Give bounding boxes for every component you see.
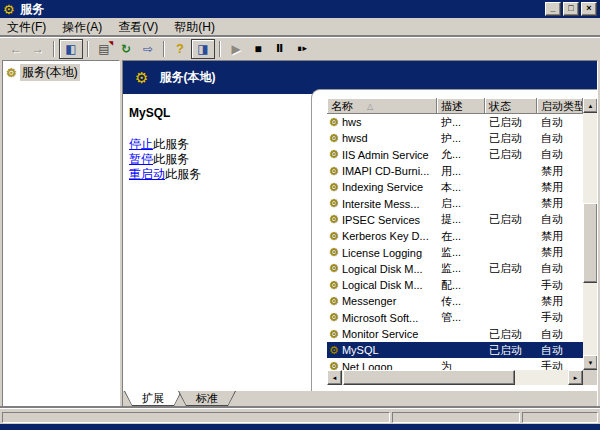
vertical-scroll-thumb[interactable] [583,203,598,283]
menu-bar: 文件(F) 操作(A) 查看(V) 帮助(H) [0,18,600,37]
service-name: Messenger [342,295,396,307]
service-startup-type: 自动 [537,115,583,130]
column-header-startup-type[interactable]: 启动类型 [537,98,583,114]
service-row[interactable]: ⚙License Logging监...禁用 [327,244,583,260]
service-row[interactable]: ⚙hwsd护...已启动自动 [327,130,583,146]
sort-ascending-icon: △ [367,102,373,111]
selected-service-title: MySQL [129,106,170,120]
service-row[interactable]: ⚙IIS Admin Service允...已启动自动 [327,147,583,163]
status-bar [0,408,600,425]
forward-button[interactable]: → [27,39,49,59]
tab-standard[interactable]: 标准 [178,391,236,406]
service-name: Monitor Service [342,328,418,340]
service-gears-icon: ⚙ [329,263,339,274]
status-section [2,412,390,423]
service-startup-type: 手动 [537,310,583,325]
task-link-line: 重启动此服务 [129,167,201,182]
service-startup-type: 禁用 [537,245,583,260]
start-service-button[interactable]: ▶ [225,39,247,59]
status-section [522,412,598,423]
help-button[interactable]: ? [169,39,191,59]
toolbar: ← → ◧ ▤◥ ↻ ⇨ ? ◨ ▶ ■ Ⅱ ∎▸ [0,37,600,59]
horizontal-scrollbar[interactable]: ◄ ► [327,370,583,385]
menu-file[interactable]: 文件(F) [1,17,56,38]
service-row[interactable]: ⚙hws护...已启动自动 [327,114,583,130]
task-link-suffix: 此服务 [153,152,189,166]
services-list-box: 名称△ 描述 状态 启动类型 ⚙hws护...已启动自动⚙hwsd护...已启动… [311,89,598,391]
scroll-up-icon[interactable]: ▲ [583,98,598,113]
menu-view[interactable]: 查看(V) [112,17,168,38]
show-console-tree-button[interactable]: ◧ [59,39,83,59]
column-header-name[interactable]: 名称△ [327,98,437,114]
toolbar-separator [163,41,165,57]
service-description: 监... [437,261,485,276]
task-link-suffix: 此服务 [165,167,201,181]
service-startup-type: 自动 [537,131,583,146]
service-row[interactable]: ⚙IPSEC Services提...已启动自动 [327,212,583,228]
service-row[interactable]: ⚙Logical Disk M...监...已启动自动 [327,261,583,277]
service-startup-type: 自动 [537,327,583,342]
properties-button[interactable]: ▤◥ [93,39,115,59]
service-row[interactable]: ⚙Kerberos Key D...在...禁用 [327,228,583,244]
menu-action[interactable]: 操作(A) [56,17,112,38]
service-description: 在... [437,229,485,244]
service-status: 已启动 [485,131,537,146]
service-gears-icon: ⚙ [329,296,339,307]
service-row[interactable]: ⚙MySQL已启动自动 [327,342,583,358]
service-name: IPSEC Services [342,214,420,226]
tab-extended[interactable]: 扩展 [124,391,182,406]
service-row[interactable]: ⚙IMAPI CD-Burni...用...禁用 [327,163,583,179]
services-listview: 名称△ 描述 状态 启动类型 ⚙hws护...已启动自动⚙hwsd护...已启动… [327,98,598,385]
pause-service-link[interactable]: 暂停 [129,152,153,166]
service-name: Kerberos Key D... [342,230,429,242]
service-startup-type: 禁用 [537,294,583,309]
service-row[interactable]: ⚙Logical Disk M...配...手动 [327,277,583,293]
restart-service-button[interactable]: ∎▸ [291,39,313,59]
column-header-description[interactable]: 描述 [437,98,485,114]
tree-item-services-local[interactable]: ⚙ 服务(本地) [3,61,119,81]
scroll-down-icon[interactable]: ▼ [583,355,598,370]
service-description: 传... [437,294,485,309]
service-name: Logical Disk M... [342,263,423,275]
scroll-left-icon[interactable]: ◄ [327,370,342,385]
menu-help[interactable]: 帮助(H) [168,17,225,38]
service-gears-icon: ⚙ [329,214,339,225]
service-row[interactable]: ⚙Monitor Service已启动自动 [327,326,583,342]
horizontal-scroll-thumb[interactable] [343,370,515,385]
close-button[interactable]: × [581,2,597,16]
service-gears-icon: ⚙ [329,329,339,340]
services-list-rows: ⚙hws护...已启动自动⚙hwsd护...已启动自动⚙IIS Admin Se… [327,114,583,370]
service-startup-type: 自动 [537,343,583,358]
scroll-right-icon[interactable]: ► [568,370,583,385]
vertical-scrollbar[interactable]: ▲ ▼ [583,98,598,370]
title-bar[interactable]: ⚙ 服务 _ □ × [0,0,600,18]
back-button[interactable]: ← [5,39,27,59]
service-row[interactable]: ⚙Indexing Service本...禁用 [327,179,583,195]
toolbar-separator [219,41,221,57]
maximize-button[interactable]: □ [563,2,579,16]
restart-service-link[interactable]: 重启动 [129,167,165,181]
service-row[interactable]: ⚙Messenger传...禁用 [327,293,583,309]
service-startup-type: 禁用 [537,180,583,195]
service-gears-icon: ⚙ [329,280,339,291]
export-list-button[interactable]: ⇨ [137,39,159,59]
service-row[interactable]: ⚙Intersite Mess...启...禁用 [327,195,583,211]
services-gears-icon: ⚙ [3,3,19,16]
service-gears-icon: ⚙ [329,247,339,258]
minimize-button[interactable]: _ [545,2,561,16]
service-row[interactable]: ⚙Net Logon为手动 [327,358,583,370]
service-gears-icon: ⚙ [329,361,339,370]
service-gears-icon: ⚙ [329,345,339,356]
toolbar-separator [53,41,55,57]
details-pane: ⚙ 服务(本地) MySQL 停止此服务 暂停此服务 重启动此服务 名称△ 描述… [122,60,598,407]
refresh-button[interactable]: ↻ [115,39,137,59]
stop-service-button[interactable]: ■ [247,39,269,59]
service-startup-type: 自动 [537,261,583,276]
column-header-status[interactable]: 状态 [485,98,537,114]
stop-service-link[interactable]: 停止 [129,137,153,151]
service-row[interactable]: ⚙Microsoft Soft...管...手动 [327,310,583,326]
pause-service-button[interactable]: Ⅱ [269,39,291,59]
service-description: 本... [437,180,485,195]
service-status: 已启动 [485,343,537,358]
show-taskpad-button[interactable]: ◨ [191,39,215,59]
